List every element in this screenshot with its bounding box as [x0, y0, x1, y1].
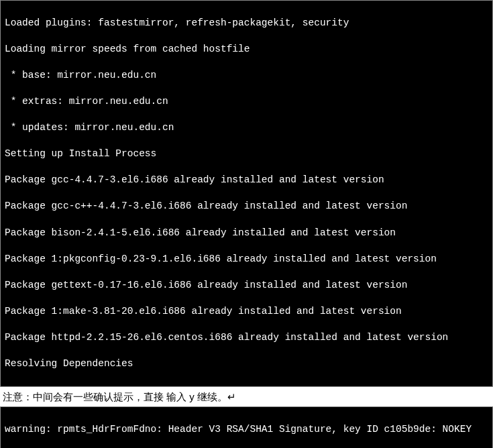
term1-line: Loading mirror speeds from cached hostfi… — [5, 43, 488, 56]
term1-line: Package gcc-4.4.7-3.el6.i686 already ins… — [5, 174, 488, 187]
term1-line: Package bison-2.4.1-5.el6.i686 already i… — [5, 227, 488, 240]
terminal-output-2: warning: rpmts_HdrFromFdno: Header V3 RS… — [0, 406, 493, 448]
instruction-caption-1: 注意：中间会有一些确认提示，直接 输入 y 继续。↵ — [0, 387, 493, 406]
term1-line: Resolving Dependencies — [5, 357, 488, 371]
term1-line: Package 1:pkgconfig-0.23-9.1.el6.i686 al… — [5, 253, 488, 266]
term1-line: Package 1:make-3.81-20.el6.i686 already … — [5, 305, 488, 319]
terminal-output-1: Loaded plugins: fastestmirror, refresh-p… — [0, 0, 493, 387]
term2-line: warning: rpmts_HdrFromFdno: Header V3 RS… — [5, 423, 488, 437]
term1-line: Package gcc-c++-4.4.7-3.el6.i686 already… — [5, 200, 488, 213]
term1-line: Loaded plugins: fastestmirror, refresh-p… — [5, 17, 488, 30]
term1-line: Setting up Install Process — [5, 148, 488, 161]
term1-line: Package gettext-0.17-16.el6.i686 already… — [5, 279, 488, 292]
term1-line: * updates: mirror.neu.edu.cn — [5, 121, 488, 135]
term1-line: * base: mirror.neu.edu.cn — [5, 69, 488, 82]
term1-line: Package httpd-2.2.15-26.el6.centos.i686 … — [5, 331, 488, 345]
term1-line: * extras: mirror.neu.edu.cn — [5, 95, 488, 109]
